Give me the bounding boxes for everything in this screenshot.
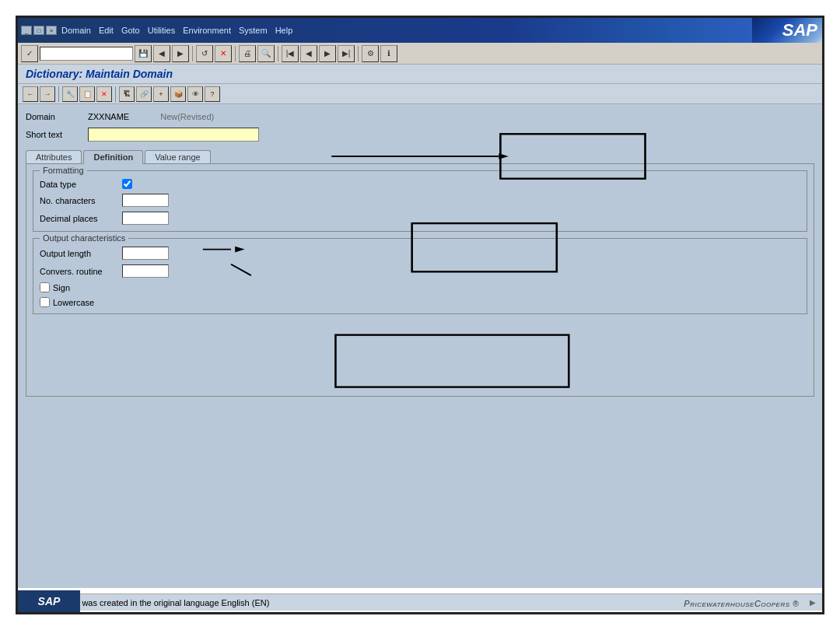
tab-attributes[interactable]: Attributes [26,150,82,163]
info-btn[interactable]: ℹ [380,45,397,62]
main-content: Domain ZXXNAME New(Revised) Short text A… [18,104,822,588]
shorttext-row: Short text [26,126,814,143]
command-field[interactable] [40,47,133,61]
prev-btn[interactable]: ◀ [300,45,317,62]
secondary-toolbar: ← → 🔧 📋 ✕ 🏗 🔗 + 📦 👁 ? [18,84,822,104]
page-title-bar: Dictionary: Maintain Domain [18,65,822,84]
shorttext-input[interactable] [88,128,259,142]
save-icon[interactable]: 💾 [135,45,152,62]
menu-items[interactable]: Domain Edit Goto Utilities Environment S… [61,26,292,35]
print-btn[interactable]: 🖨 [239,45,256,62]
datatype-row: Data type [40,179,800,189]
active-btn[interactable]: 🔧 [62,86,78,102]
title-bar: _ □ × Domain Edit Goto Utilities Environ… [18,18,822,43]
first-btn[interactable]: |◀ [282,45,299,62]
last-btn[interactable]: ▶| [338,45,355,62]
bottom-sap-text: SAP [38,595,61,607]
nav-prev[interactable]: ◀ [153,45,170,62]
convers-input[interactable] [122,264,169,278]
menu-goto[interactable]: Goto [121,26,140,35]
outputlen-row: Output length [40,247,800,260]
tab-value-range[interactable]: Value range [145,150,211,163]
delete-btn[interactable]: ✕ [96,86,112,102]
help-btn[interactable]: ? [205,86,220,102]
sign-checkbox[interactable] [40,282,50,292]
nav-next[interactable]: ▶ [172,45,189,62]
structure-btn[interactable]: 🏗 [119,86,135,102]
status-arrow: ▶ [810,598,816,607]
separator3 [278,46,278,61]
domain-row: Domain ZXXNAME New(Revised) [26,110,814,123]
main-toolbar: ✓ 💾 ◀ ▶ ↺ ✕ 🖨 🔍 |◀ ◀ ▶ ▶| ⚙ ℹ [18,43,822,65]
disp-btn[interactable]: 👁 [187,86,203,102]
inactive-btn[interactable]: 📋 [79,86,95,102]
append-btn[interactable]: + [153,86,169,102]
page-title: Dictionary: Maintain Domain [26,68,173,80]
settings-btn[interactable]: ⚙ [362,45,379,62]
menu-utilities[interactable]: Utilities [148,26,175,35]
sign-label: Sign [53,283,70,292]
pwc-logo-text: PricewaterhouseCoopers [684,599,789,608]
datatype-checkbox-area [122,179,132,189]
tab-panel: Formatting Data type No. characters Deci… [26,163,814,397]
nochar-label: No. characters [40,196,117,205]
datatype-label: Data type [40,180,117,189]
sign-checkbox-area: Sign [40,282,70,292]
next-btn[interactable]: ▶ [319,45,336,62]
tabs-row: Attributes Definition Value range [26,149,814,163]
domain-status: New(Revised) [160,112,214,121]
shorttext-label: Short text [26,130,80,139]
back-btn[interactable]: ← [23,86,38,102]
close-button[interactable]: × [46,26,57,35]
transport-btn[interactable]: 📦 [170,86,186,102]
find-btn[interactable]: 🔍 [257,45,275,62]
menu-help[interactable]: Help [275,26,293,35]
bottom-sap-logo: SAP [18,590,80,612]
outputlen-input[interactable] [122,247,169,260]
menu-edit[interactable]: Edit [99,26,114,35]
lowercase-row: Lowercase [40,297,800,307]
convers-row: Convers. routine [40,264,800,278]
separator1 [192,46,193,61]
decimal-input[interactable] [122,212,169,225]
datatype-checkbox[interactable] [122,179,132,189]
menu-environment[interactable]: Environment [183,26,231,35]
sap-logo-text: SAP [782,20,817,40]
maximize-button[interactable]: □ [33,26,44,35]
nochar-row: No. characters [40,194,800,207]
separator2 [235,46,236,61]
domain-value: ZXXNAME [88,112,129,121]
lowercase-label: Lowercase [53,298,94,307]
menu-system[interactable]: System [239,26,268,35]
domain-label: Domain [26,112,80,121]
nochar-input[interactable] [122,194,169,207]
formatting-group: Formatting Data type No. characters Deci… [33,170,807,232]
sep6 [115,86,116,102]
sap-logo-area: SAP [752,18,822,43]
cancel-btn[interactable]: ✕ [215,45,232,62]
convers-label: Convers. routine [40,267,117,276]
pwc-logo-icon: ® [793,600,799,608]
separator4 [358,46,359,61]
lowercase-checkbox[interactable] [40,297,50,307]
forward-btn[interactable]: → [40,86,55,102]
decimal-row: Decimal places [40,212,800,225]
check-button[interactable]: ✓ [21,45,38,62]
sep5 [58,86,59,102]
pwc-logo: PricewaterhouseCoopers ® [684,599,799,608]
sign-row: Sign [40,282,800,292]
output-title: Output characteristics [40,233,128,243]
output-group: Output characteristics Output length Con… [33,238,807,314]
minimize-button[interactable]: _ [21,26,32,35]
where-used-btn[interactable]: 🔗 [136,86,152,102]
refresh-btn[interactable]: ↺ [196,45,213,62]
outputlen-label: Output length [40,249,117,258]
lowercase-checkbox-area: Lowercase [40,297,94,307]
tab-definition[interactable]: Definition [83,150,143,164]
menu-bar: _ □ × Domain Edit Goto Utilities Environ… [21,26,292,35]
menu-domain[interactable]: Domain [61,26,91,35]
decimal-label: Decimal places [40,214,117,223]
window-controls[interactable]: _ □ × [21,26,57,35]
formatting-title: Formatting [40,166,87,175]
